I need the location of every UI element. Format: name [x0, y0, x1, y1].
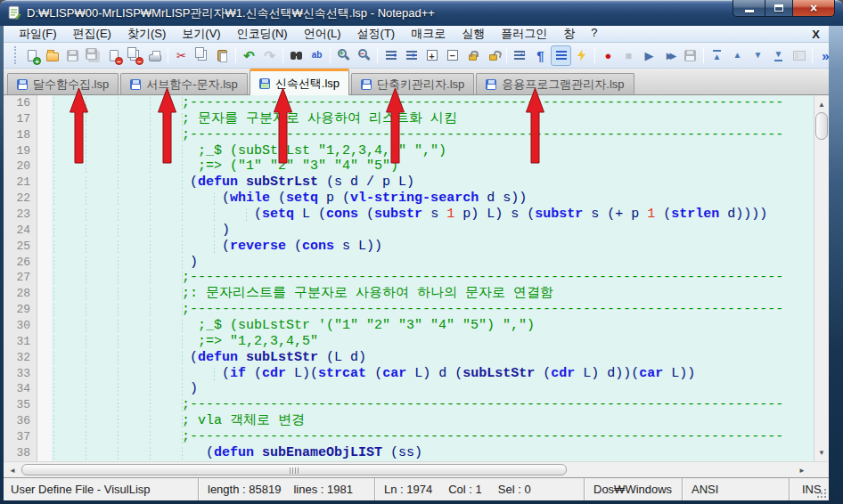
macro-record-button[interactable]: ●: [598, 45, 618, 66]
window-frame-right[interactable]: [829, 26, 843, 504]
lock-tab-button[interactable]: [462, 45, 483, 66]
code-line-26[interactable]: 26 ): [4, 255, 814, 271]
fold-margin[interactable]: [37, 381, 52, 397]
open-file-button[interactable]: [42, 45, 62, 66]
fold-margin[interactable]: [37, 334, 52, 350]
go-to-first-button[interactable]: ▲: [707, 45, 727, 66]
close-file-button[interactable]: −: [103, 45, 124, 66]
fold-margin[interactable]: [37, 127, 52, 143]
zoom-out-button[interactable]: −: [354, 45, 374, 66]
fold-margin[interactable]: [37, 413, 52, 429]
code-line-36[interactable]: 36 ; vla 객체로 변경: [4, 413, 814, 429]
vertical-scrollbar-thumb[interactable]: [815, 112, 828, 140]
go-to-previous-button[interactable]: ▲: [727, 45, 748, 66]
code-line-16[interactable]: 16 ;------------------------------------…: [4, 95, 814, 111]
fold-margin[interactable]: [37, 350, 52, 366]
macro-run-multiple-button[interactable]: ▶▶: [659, 45, 680, 66]
tab-4[interactable]: 단축키관리자.lsp: [351, 73, 474, 94]
scroll-up-arrow[interactable]: ▲: [814, 97, 829, 111]
go-to-next-button[interactable]: ▼: [748, 45, 768, 66]
fold-margin[interactable]: [37, 270, 52, 286]
code-line-25[interactable]: 25 (reverse (cons s L)): [4, 239, 814, 255]
code-line-20[interactable]: 20 ;=> ("1" "2" "3" "4" "5"): [4, 159, 814, 175]
menu-item-8[interactable]: 매크로: [403, 26, 454, 42]
code-line-28[interactable]: 28 ;: 문자리스트를 구분자로 사용하여 하나의 문자로 연결함: [4, 286, 814, 302]
menu-item-4[interactable]: 보기(V): [174, 26, 228, 42]
fold-margin[interactable]: [37, 223, 52, 239]
code-line-24[interactable]: 24 ): [4, 223, 814, 239]
title-bar[interactable]: D:₩LISP₩00-MrLISP₩MrLISP관리자₩1.신속선택₩신속선택.…: [0, 0, 843, 26]
tab-3[interactable]: 신속선택.lsp: [250, 69, 349, 95]
code-line-17[interactable]: 17 ; 문자를 구분자로 사용하여 리스트화 시킴: [4, 111, 814, 127]
fold-margin[interactable]: [37, 239, 52, 255]
horizontal-scrollbar[interactable]: ◄ ►: [4, 461, 829, 477]
code-line-19[interactable]: 19 ;_$ (subStrLst "1,2,3,4,5" ","): [4, 143, 814, 159]
word-wrap-button[interactable]: ↵: [510, 45, 530, 66]
menu-item-10[interactable]: 플러그인: [493, 26, 555, 42]
fold-margin[interactable]: [37, 95, 52, 111]
fold-margin[interactable]: [37, 366, 52, 382]
fold-margin[interactable]: [37, 255, 52, 271]
show-indent-guide-button[interactable]: [551, 45, 571, 66]
fold-margin[interactable]: [37, 207, 52, 223]
code-line-32[interactable]: 32 (defun subLstStr (L d): [4, 350, 814, 366]
close-document-x-button[interactable]: X: [812, 28, 820, 41]
close-all-button[interactable]: −: [124, 45, 144, 66]
fold-margin[interactable]: [37, 302, 52, 318]
code-line-34[interactable]: 34 ): [4, 381, 814, 397]
resize-grip[interactable]: [816, 488, 827, 499]
copy-button[interactable]: [192, 45, 212, 66]
code-line-21[interactable]: 21 (defun subStrLst (s d / p L): [4, 175, 814, 191]
outdent-button[interactable]: ◂: [381, 45, 401, 66]
code-line-35[interactable]: 35 ;------------------------------------…: [4, 397, 814, 413]
code-line-22[interactable]: 22 (while (setq p (vl-string-search d s)…: [4, 191, 814, 207]
vertical-scrollbar[interactable]: ▲ ▼: [814, 95, 829, 461]
fold-margin[interactable]: [37, 111, 52, 127]
paste-button[interactable]: [212, 45, 233, 66]
cut-button[interactable]: ✂: [171, 45, 192, 66]
toolbar-overflow-button[interactable]: »: [815, 45, 836, 66]
code-line-27[interactable]: 27 ;------------------------------------…: [4, 270, 814, 286]
menu-item-5[interactable]: 인코딩(N): [229, 26, 296, 42]
code-line-37[interactable]: 37 ;------------------------------------…: [4, 429, 814, 445]
new-file-button[interactable]: +: [21, 45, 42, 66]
menu-item-12[interactable]: ?: [583, 26, 605, 42]
code-pane[interactable]: 16 ;------------------------------------…: [4, 95, 814, 461]
replace-button[interactable]: ab: [307, 45, 327, 66]
function-completion-button[interactable]: [571, 45, 592, 66]
menu-item-11[interactable]: 창: [555, 26, 583, 42]
code-line-18[interactable]: 18 ;------------------------------------…: [4, 127, 814, 143]
tab-1[interactable]: 달수함수집.lsp: [7, 73, 119, 94]
code-line-29[interactable]: 29 ;------------------------------------…: [4, 302, 814, 318]
zoom-in-button[interactable]: +: [333, 45, 354, 66]
menu-item-7[interactable]: 설정(T): [349, 26, 404, 42]
tab-2[interactable]: 서브함수-문자.lsp: [120, 73, 248, 94]
fold-margin[interactable]: [37, 318, 52, 334]
horizontal-scrollbar-thumb[interactable]: [21, 464, 567, 476]
indent-button[interactable]: ▸: [401, 45, 422, 66]
tab-5[interactable]: 응용프로그램관리자.lsp: [476, 73, 634, 94]
fold-margin[interactable]: [37, 397, 52, 413]
show-all-characters-button[interactable]: ¶: [530, 45, 551, 66]
find-button[interactable]: [286, 45, 307, 66]
code-line-33[interactable]: 33 (if (cdr L)(strcat (car L) d (subLstS…: [4, 366, 814, 382]
fold-margin[interactable]: [37, 191, 52, 207]
print-button[interactable]: [144, 45, 165, 66]
window-frame-bottom[interactable]: [0, 500, 843, 504]
macro-play-button[interactable]: ▶: [639, 45, 659, 66]
fold-all-button[interactable]: +: [422, 45, 442, 66]
unfold-all-button[interactable]: −: [442, 45, 462, 66]
fold-margin[interactable]: [37, 143, 52, 159]
menu-item-1[interactable]: 파일(F): [11, 26, 65, 42]
code-line-38[interactable]: 38 (defun subEnameObjLIST (ss): [4, 445, 814, 461]
fold-margin[interactable]: [37, 175, 52, 191]
fold-margin[interactable]: [37, 159, 52, 175]
go-to-last-button[interactable]: ▼: [768, 45, 789, 66]
menu-item-2[interactable]: 편집(E): [65, 26, 119, 42]
fold-margin[interactable]: [37, 429, 52, 445]
menu-item-6[interactable]: 언어(L): [296, 26, 349, 42]
menu-item-3[interactable]: 찾기(S): [119, 26, 174, 42]
scroll-left-arrow[interactable]: ◄: [5, 463, 20, 477]
maximize-button[interactable]: [765, 0, 793, 17]
menu-item-9[interactable]: 실행: [454, 26, 493, 42]
